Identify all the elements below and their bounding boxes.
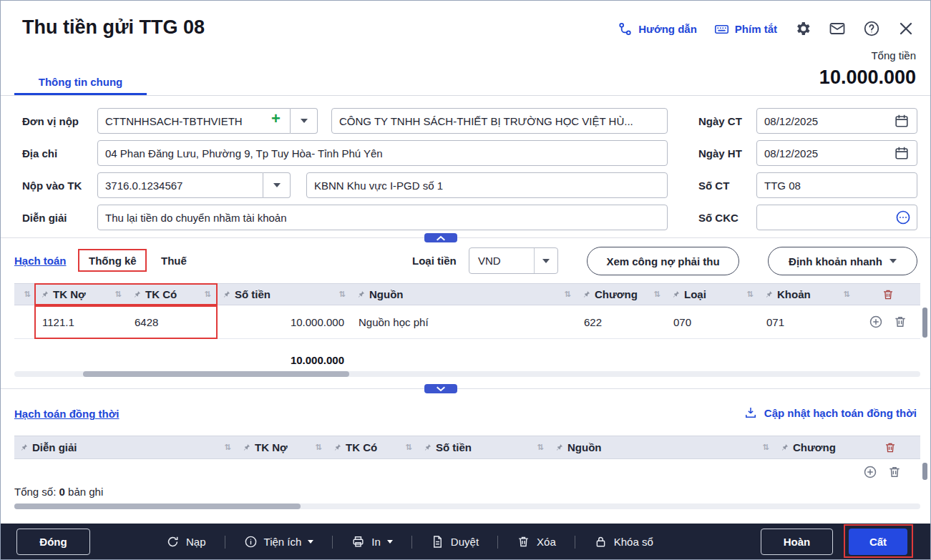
cell-tk-no[interactable]: 1121.1 xyxy=(35,316,127,328)
payer-code-combo: + xyxy=(97,108,318,134)
doc-no-input[interactable] xyxy=(756,172,917,198)
pin-icon xyxy=(223,290,230,298)
pin-icon xyxy=(765,290,773,298)
vertical-scrollbar[interactable] xyxy=(922,308,927,338)
cell-chuong[interactable]: 622 xyxy=(577,316,666,328)
utilities-button[interactable]: Tiện ích xyxy=(225,535,333,549)
col-header-dien-giai[interactable]: Diễn giải ⇅ xyxy=(14,436,237,458)
tab-thong-tin-chung[interactable]: Thông tin chung xyxy=(14,70,147,95)
payer-code-input[interactable] xyxy=(97,108,291,134)
quick-posting-button[interactable]: Định khoản nhanh xyxy=(768,247,917,275)
description-label: Diễn giải xyxy=(22,212,67,224)
update-simultaneous-posting-link[interactable]: Cập nhật hạch toán đồng thời xyxy=(744,406,917,420)
col-header-tk-co[interactable]: TK Có ⇅ xyxy=(127,284,217,305)
collapse-form-button[interactable] xyxy=(424,233,457,242)
chevron-down-icon xyxy=(301,119,308,123)
more-options-icon[interactable] xyxy=(895,210,911,225)
undo-button[interactable]: Hoàn xyxy=(761,529,833,555)
pin-icon xyxy=(555,443,563,451)
delete-row-icon[interactable] xyxy=(887,465,902,479)
approve-button[interactable]: Duyệt xyxy=(412,535,497,549)
delete-button[interactable]: Xóa xyxy=(498,535,575,549)
guide-link[interactable]: Hướng dẫn xyxy=(618,21,697,36)
feedback-mail-icon[interactable] xyxy=(829,20,846,37)
row-number-column-header[interactable]: ⇅ xyxy=(14,284,35,305)
add-row-icon[interactable] xyxy=(863,465,877,479)
payer-name-input[interactable] xyxy=(331,108,668,134)
tab-thue[interactable]: Thuế xyxy=(161,255,187,267)
sort-icon: ⇅ xyxy=(537,443,544,452)
pin-icon xyxy=(672,290,680,298)
horizontal-scrollbar-thumb[interactable] xyxy=(14,503,301,509)
description-input[interactable] xyxy=(97,205,668,230)
tab-hach-toan[interactable]: Hạch toán xyxy=(14,255,67,267)
account-name-input[interactable] xyxy=(306,172,668,198)
col-header-so-tien[interactable]: Số tiền ⇅ xyxy=(217,284,351,305)
print-button[interactable]: In xyxy=(333,535,411,549)
calendar-icon[interactable] xyxy=(894,145,910,161)
col-header-tk-no[interactable]: TK Nợ ⇅ xyxy=(35,284,127,305)
footer-actions: Nạp Tiện ích In Duyệt Xóa xyxy=(147,524,672,560)
tab-thong-ke[interactable]: Thống kê xyxy=(89,255,137,267)
close-icon[interactable] xyxy=(897,20,915,37)
calendar-icon[interactable] xyxy=(894,113,910,129)
cell-tk-co[interactable]: 6428 xyxy=(127,316,217,328)
close-button[interactable]: Đóng xyxy=(16,529,90,555)
sort-icon: ⇅ xyxy=(225,443,231,452)
account-label: Nộp vào TK xyxy=(22,180,82,192)
chevron-up-icon xyxy=(435,235,447,242)
delete-all-rows-icon[interactable] xyxy=(859,436,920,458)
col-header-chuong[interactable]: Chương ⇅ xyxy=(577,284,666,305)
sort-icon: ⇅ xyxy=(115,290,122,299)
select-divider xyxy=(534,248,535,273)
cell-loai[interactable]: 070 xyxy=(666,316,759,328)
col-header-loai[interactable]: Loại ⇅ xyxy=(666,284,759,305)
add-payer-icon[interactable]: + xyxy=(271,109,281,128)
pin-icon xyxy=(357,290,365,298)
currency-select[interactable]: VND xyxy=(469,247,558,274)
date-ht-label: Ngày HT xyxy=(698,147,742,159)
currency-label: Loại tiền xyxy=(412,255,457,267)
horizontal-scrollbar-thumb[interactable] xyxy=(83,371,349,377)
chevron-down-icon xyxy=(308,540,313,544)
dialog-thu-tien-gui: Thu tiền gửi TTG 08 Hướng dẫn Phím tắt T… xyxy=(0,0,931,560)
collapse-detail-button[interactable] xyxy=(424,384,457,393)
delete-all-rows-icon[interactable] xyxy=(856,284,920,305)
settings-gear-icon[interactable] xyxy=(794,20,811,37)
shortcut-link[interactable]: Phím tắt xyxy=(714,21,777,36)
ckc-input[interactable] xyxy=(756,205,917,230)
col-header-nguon[interactable]: Nguồn ⇅ xyxy=(550,436,775,458)
pin-icon xyxy=(133,290,141,298)
col-header-tk-no[interactable]: TK Nợ ⇅ xyxy=(237,436,328,458)
lock-button[interactable]: Khóa sổ xyxy=(575,535,672,549)
help-icon[interactable] xyxy=(863,20,880,37)
col-header-khoan[interactable]: Khoản ⇅ xyxy=(759,284,856,305)
delete-row-icon[interactable] xyxy=(893,315,907,329)
trash-icon xyxy=(517,535,530,549)
view-receivables-button[interactable]: Xem công nợ phải thu xyxy=(587,247,739,275)
printer-icon xyxy=(351,535,365,549)
col-header-nguon[interactable]: Nguồn ⇅ xyxy=(351,284,577,305)
address-input[interactable] xyxy=(97,140,668,166)
col-header-tk-co[interactable]: TK Có ⇅ xyxy=(328,436,418,458)
add-row-icon[interactable] xyxy=(869,315,883,329)
cell-so-tien[interactable]: 10.000.000 xyxy=(217,316,351,328)
sort-icon: ⇅ xyxy=(654,290,661,299)
vertical-scrollbar[interactable] xyxy=(922,463,927,480)
account-code-input[interactable] xyxy=(97,172,263,198)
payer-dropdown-button[interactable] xyxy=(291,108,318,134)
reload-button[interactable]: Nạp xyxy=(147,535,225,549)
pin-icon xyxy=(781,443,789,451)
table-row[interactable]: 1121.1 6428 10.000.000 Nguồn học phí 622… xyxy=(14,305,920,339)
refresh-icon xyxy=(166,535,180,549)
sort-icon: ⇅ xyxy=(339,290,346,299)
col-header-so-tien[interactable]: Số tiền ⇅ xyxy=(418,436,550,458)
col-header-chuong[interactable]: Chương xyxy=(775,436,859,458)
total-amount-value: 10.000.000 xyxy=(819,67,916,89)
account-dropdown-button[interactable] xyxy=(263,172,291,198)
cell-khoan[interactable]: 071 xyxy=(759,316,856,328)
chevron-down-icon xyxy=(387,540,393,544)
cell-nguon[interactable]: Nguồn học phí xyxy=(351,316,577,328)
simultaneous-posting-link[interactable]: Hạch toán đồng thời xyxy=(14,408,119,420)
save-button[interactable]: Cất xyxy=(849,529,907,555)
